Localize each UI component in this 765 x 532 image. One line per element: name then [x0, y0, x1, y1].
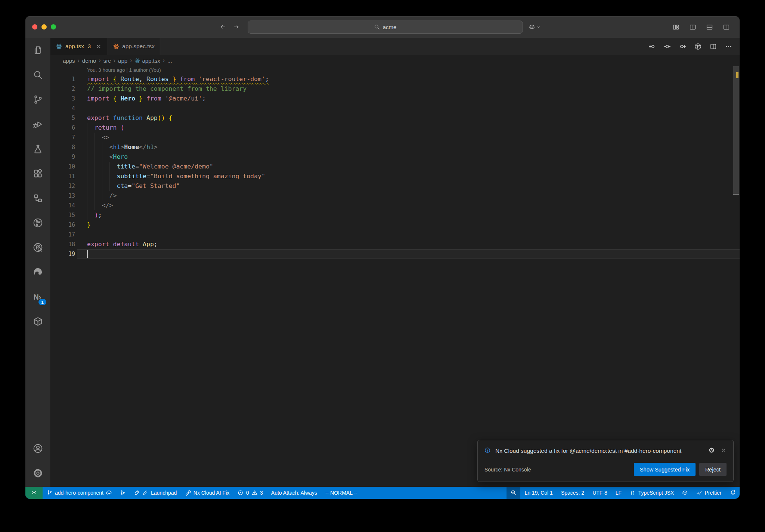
status-item-git-graph[interactable] — [116, 487, 130, 499]
status-item-prettier[interactable]: Prettier — [692, 487, 726, 499]
activity-item-extensions[interactable] — [25, 161, 50, 186]
minimize-window-button[interactable] — [41, 24, 47, 30]
activity-item-testing[interactable] — [25, 136, 50, 161]
tab-app.spec.tsx[interactable]: app.spec.tsx — [107, 38, 160, 55]
code-line-1[interactable]: 1import { Route, Routes } from 'react-ro… — [50, 74, 740, 84]
navigate-forward-icon[interactable] — [679, 43, 686, 50]
code-line-16[interactable]: 16} — [50, 220, 740, 230]
activity-item-explorer[interactable] — [25, 38, 50, 62]
code-line-8[interactable]: 8 <h1>Home</h1> — [50, 142, 740, 152]
status-item-zoom-indicator[interactable] — [507, 487, 521, 499]
breadcrumb-separator: › — [130, 57, 132, 64]
code-line-3[interactable]: 3import { Hero } from '@acme/ui'; — [50, 94, 740, 103]
navigate-back-icon[interactable] — [648, 43, 656, 50]
activity-item-accounts[interactable] — [25, 436, 50, 461]
activity-item-gitlens[interactable] — [25, 210, 50, 235]
package-explorer-icon — [33, 316, 43, 327]
breadcrumb-item-src[interactable]: src — [103, 58, 111, 64]
toggle-panel-icon[interactable] — [706, 24, 713, 31]
react-file-icon — [112, 43, 119, 50]
show-suggested-fix-button[interactable]: Show Suggested Fix — [634, 463, 696, 476]
indent-guide — [95, 191, 95, 201]
indent-guide — [95, 152, 95, 162]
status-item-eol[interactable]: LF — [611, 487, 626, 499]
breadcrumb-item-demo[interactable]: demo — [82, 58, 96, 64]
status-item-notifications-bell[interactable] — [726, 487, 740, 499]
status-item-auto-attach[interactable]: Auto Attach: Always — [267, 487, 321, 499]
code-line-14[interactable]: 14 </> — [50, 201, 740, 210]
history-forward-button[interactable] — [233, 24, 239, 30]
editor-scrollbar[interactable] — [733, 66, 739, 487]
line-content: title="Welcmoe @acme/demo" — [77, 162, 740, 171]
code-line-9[interactable]: 9 <Hero — [50, 152, 740, 162]
code-line-13[interactable]: 13 /> — [50, 191, 740, 201]
status-item-problems[interactable]: 03 — [233, 487, 267, 499]
status-item-git-branch[interactable]: add-hero-component — [43, 487, 116, 499]
status-item-remote[interactable] — [25, 487, 43, 499]
status-item-cursor-position[interactable]: Ln 19, Col 1 — [520, 487, 557, 499]
code-line-18[interactable]: 18export default App; — [50, 239, 740, 249]
command-center-search[interactable]: acme — [248, 21, 523, 34]
activity-item-run-and-debug[interactable] — [25, 112, 50, 136]
breadcrumb-item-apps[interactable]: apps — [63, 58, 75, 64]
line-content: subtitle="Build something amazing today" — [77, 171, 740, 181]
activity-item-source-control[interactable] — [25, 87, 50, 112]
code-line-11[interactable]: 11 subtitle="Build something amazing tod… — [50, 171, 740, 181]
activity-item-package-explorer[interactable] — [25, 309, 50, 334]
status-item-nx-cloud-ai-fix[interactable]: Nx Cloud AI Fix — [181, 487, 233, 499]
navigate-current-icon[interactable] — [664, 43, 671, 50]
zoom-window-button[interactable] — [51, 24, 56, 30]
scrollbar-thumb[interactable] — [733, 66, 739, 195]
customize-layout-icon[interactable] — [672, 24, 679, 31]
indent-guide — [87, 133, 87, 142]
code-line-15[interactable]: 15 ); — [50, 210, 740, 220]
toggle-primary-sidebar-icon[interactable] — [689, 24, 696, 31]
status-item-indentation[interactable]: Spaces: 2 — [557, 487, 588, 499]
close-tab-icon[interactable] — [96, 44, 102, 49]
status-text: Prettier — [704, 490, 721, 496]
status-item-encoding[interactable]: UTF-8 — [588, 487, 611, 499]
line-number: 9 — [50, 152, 75, 162]
code-line-19[interactable]: 19 — [50, 249, 740, 259]
close-window-button[interactable] — [32, 24, 37, 30]
status-item-copilot-status[interactable] — [678, 487, 692, 499]
code-line-6[interactable]: 6 return ( — [50, 123, 740, 133]
code-line-12[interactable]: 12 cta="Get Started" — [50, 181, 740, 191]
toggle-secondary-sidebar-icon[interactable] — [723, 24, 730, 31]
search-value: acme — [383, 24, 397, 30]
code-line-10[interactable]: 10 title="Welcmoe @acme/demo" — [50, 162, 740, 171]
indent-guide — [87, 210, 87, 220]
code-line-5[interactable]: 5export function App() { — [50, 113, 740, 123]
indent-guide — [87, 162, 87, 171]
activity-item-nx-console[interactable]: N›1 — [25, 284, 50, 309]
breadcrumb-item-apptsx[interactable]: app.tsx — [134, 58, 160, 64]
code-line-4[interactable]: 4 — [50, 103, 740, 113]
activity-item-manage[interactable] — [25, 461, 50, 485]
activity-item-references[interactable] — [25, 186, 50, 210]
code-line-7[interactable]: 7 <> — [50, 133, 740, 142]
status-text: -- NORMAL -- — [325, 490, 357, 496]
activity-item-edge-devtools[interactable] — [25, 260, 50, 284]
status-item-gitlens-launchpad[interactable]: Launchpad — [130, 487, 181, 499]
activity-item-gitlens-inspect[interactable] — [25, 235, 50, 260]
react-file-icon — [56, 43, 62, 50]
notification-close-icon[interactable] — [720, 447, 727, 453]
indent-guide — [102, 171, 102, 181]
gitlens-graph-icon[interactable] — [694, 43, 701, 50]
tab-app.tsx[interactable]: app.tsx3 — [50, 38, 107, 55]
breadcrumb-item-[interactable]: ... — [167, 58, 172, 64]
reject-button[interactable]: Reject — [699, 463, 727, 476]
status-item-language-mode[interactable]: {}TypeScript JSX — [626, 487, 678, 499]
notification-settings-gear-icon[interactable] — [708, 447, 715, 453]
code-line-2[interactable]: 2// importing the component from the lib… — [50, 84, 740, 94]
copilot-menu-button[interactable] — [529, 24, 541, 30]
code-line-17[interactable]: 17 — [50, 230, 740, 239]
activity-item-search[interactable] — [25, 62, 50, 87]
split-editor-icon[interactable] — [710, 43, 717, 50]
breadcrumb-item-app[interactable]: app — [118, 58, 127, 64]
more-actions-icon[interactable] — [725, 43, 732, 50]
cloud-upload-icon — [106, 490, 112, 496]
status-item-vim-mode[interactable]: -- NORMAL -- — [321, 487, 362, 499]
history-back-button[interactable] — [220, 24, 226, 30]
code-editor[interactable]: You, 3 hours ago | 1 author (You) 1impor… — [50, 66, 740, 487]
